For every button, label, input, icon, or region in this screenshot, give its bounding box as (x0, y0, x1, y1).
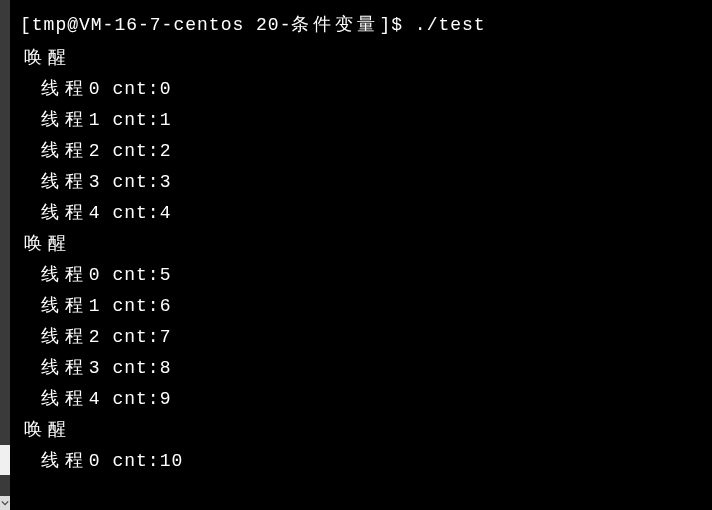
cnt-value: 5 (160, 265, 172, 285)
cnt-label: cnt: (112, 358, 159, 378)
cnt-label: cnt: (112, 389, 159, 409)
cnt-value: 9 (160, 389, 172, 409)
thread-label: 线程 (24, 296, 89, 316)
thread-label: 线程 (24, 110, 89, 130)
prompt-prefix: [tmp@VM-16-7-centos 20- (20, 15, 291, 35)
cnt-value: 0 (160, 79, 172, 99)
thread-label: 线程 (24, 79, 89, 99)
thread-id: 0 (89, 451, 113, 471)
thread-line: 线程3 cnt:8 (20, 353, 712, 384)
thread-id: 3 (89, 358, 113, 378)
cnt-label: cnt: (112, 265, 159, 285)
cnt-label: cnt: (112, 203, 159, 223)
prompt-suffix: ]$ (379, 15, 414, 35)
thread-line: 线程3 cnt:3 (20, 167, 712, 198)
thread-line: 线程0 cnt:10 (20, 446, 712, 477)
thread-label: 线程 (24, 265, 89, 285)
cnt-label: cnt: (112, 451, 159, 471)
thread-line: 线程0 cnt:5 (20, 260, 712, 291)
thread-id: 1 (89, 296, 113, 316)
thread-id: 0 (89, 265, 113, 285)
wake-line: 唤醒 (20, 415, 712, 446)
thread-id: 0 (89, 79, 113, 99)
cnt-label: cnt: (112, 110, 159, 130)
thread-id: 4 (89, 203, 113, 223)
thread-id: 1 (89, 110, 113, 130)
thread-label: 线程 (24, 327, 89, 347)
cnt-label: cnt: (112, 79, 159, 99)
thread-label: 线程 (24, 451, 89, 471)
cnt-value: 10 (160, 451, 184, 471)
cnt-value: 4 (160, 203, 172, 223)
cnt-label: cnt: (112, 296, 159, 316)
thread-label: 线程 (24, 358, 89, 378)
cnt-value: 1 (160, 110, 172, 130)
cnt-value: 8 (160, 358, 172, 378)
terminal-scrollbar-track[interactable] (0, 0, 10, 510)
terminal-scrollbar-thumb[interactable] (0, 445, 10, 475)
prompt-dir-cjk: 条件变量 (291, 15, 379, 35)
cnt-value: 3 (160, 172, 172, 192)
thread-label: 线程 (24, 141, 89, 161)
thread-line: 线程2 cnt:2 (20, 136, 712, 167)
wake-line: 唤醒 (20, 229, 712, 260)
cnt-value: 2 (160, 141, 172, 161)
thread-id: 2 (89, 327, 113, 347)
cnt-label: cnt: (112, 172, 159, 192)
terminal-output: [tmp@VM-16-7-centos 20-条件变量]$ ./test 唤醒 … (0, 0, 712, 477)
thread-label: 线程 (24, 203, 89, 223)
thread-id: 2 (89, 141, 113, 161)
thread-line: 线程1 cnt:6 (20, 291, 712, 322)
thread-label: 线程 (24, 172, 89, 192)
thread-line: 线程4 cnt:4 (20, 198, 712, 229)
cnt-label: cnt: (112, 141, 159, 161)
scrollbar-down-arrow-icon[interactable] (0, 496, 10, 510)
cnt-value: 7 (160, 327, 172, 347)
thread-line: 线程1 cnt:1 (20, 105, 712, 136)
thread-id: 4 (89, 389, 113, 409)
cnt-label: cnt: (112, 327, 159, 347)
thread-id: 3 (89, 172, 113, 192)
thread-line: 线程0 cnt:0 (20, 74, 712, 105)
cnt-value: 6 (160, 296, 172, 316)
thread-line: 线程2 cnt:7 (20, 322, 712, 353)
command-text: ./test (415, 15, 486, 35)
shell-prompt-line: [tmp@VM-16-7-centos 20-条件变量]$ ./test (20, 10, 712, 41)
wake-line: 唤醒 (20, 43, 712, 74)
thread-line: 线程4 cnt:9 (20, 384, 712, 415)
thread-label: 线程 (24, 389, 89, 409)
